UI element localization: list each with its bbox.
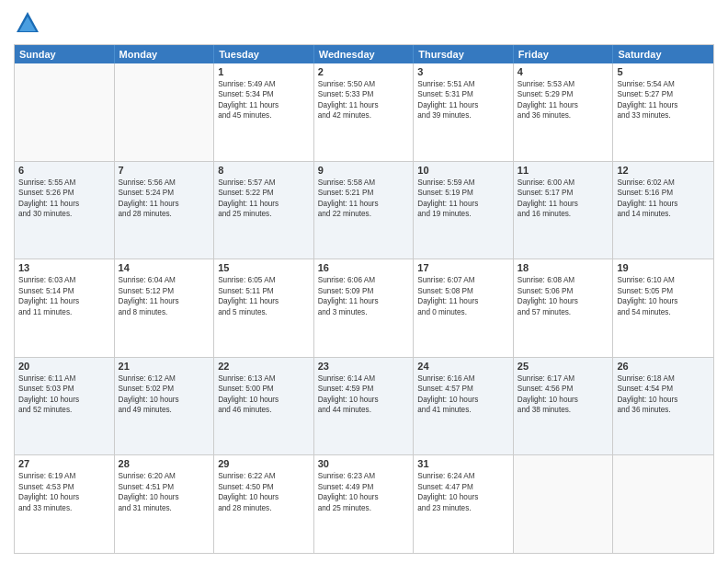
cell-line: Daylight: 11 hours [318, 199, 410, 209]
cell-line: Sunrise: 6:06 AM [318, 275, 410, 285]
calendar-row-1: 6Sunrise: 5:55 AMSunset: 5:26 PMDaylight… [15, 162, 713, 260]
header-day-wednesday: Wednesday [314, 45, 415, 63]
cell-line: Sunset: 4:50 PM [218, 482, 310, 492]
header [14, 9, 714, 37]
day-number: 11 [518, 165, 609, 176]
day-cell-19: 19Sunrise: 6:10 AMSunset: 5:05 PMDayligh… [613, 259, 713, 357]
header-day-monday: Monday [115, 45, 215, 63]
header-day-friday: Friday [514, 45, 614, 63]
cell-line: Sunrise: 6:24 AM [417, 471, 509, 481]
day-cell-15: 15Sunrise: 6:05 AMSunset: 5:11 PMDayligh… [214, 259, 314, 357]
day-number: 14 [119, 262, 210, 273]
cell-line: Sunrise: 6:17 AM [518, 373, 609, 384]
day-number: 5 [617, 66, 710, 77]
cell-line: Sunrise: 6:02 AM [617, 178, 710, 188]
cell-line: Sunset: 5:11 PM [218, 286, 310, 296]
cell-line: Daylight: 10 hours [119, 395, 210, 405]
cell-line: Daylight: 10 hours [218, 492, 310, 502]
day-number: 16 [318, 262, 410, 273]
cell-line: Sunset: 4:51 PM [119, 482, 210, 492]
cell-line: Sunrise: 6:13 AM [218, 373, 310, 384]
day-number: 29 [218, 458, 310, 469]
cell-line: and 3 minutes. [318, 307, 410, 317]
day-number: 8 [218, 165, 310, 176]
cell-line: Sunrise: 6:19 AM [18, 471, 110, 481]
cell-line: and 25 minutes. [218, 209, 310, 219]
cell-line: and 8 minutes. [119, 307, 210, 317]
cell-line: Sunrise: 5:49 AM [218, 79, 310, 89]
cell-line: Sunrise: 5:55 AM [18, 178, 110, 188]
day-number: 30 [318, 458, 410, 469]
cell-line: Daylight: 10 hours [18, 395, 110, 405]
calendar-header: SundayMondayTuesdayWednesdayThursdayFrid… [15, 45, 713, 63]
cell-line: Sunset: 5:05 PM [617, 286, 710, 296]
day-number: 1 [218, 66, 310, 77]
day-cell-30: 30Sunrise: 6:23 AMSunset: 4:49 PMDayligh… [314, 455, 415, 553]
day-cell-5: 5Sunrise: 5:54 AMSunset: 5:27 PMDaylight… [613, 63, 713, 161]
day-number: 6 [18, 165, 110, 176]
cell-line: and 54 minutes. [617, 307, 710, 317]
logo-icon [14, 9, 41, 37]
cell-line: Sunrise: 6:22 AM [218, 471, 310, 481]
cell-line: and 16 minutes. [518, 209, 609, 219]
cell-line: and 0 minutes. [417, 307, 509, 317]
day-number: 13 [18, 262, 110, 273]
header-day-sunday: Sunday [15, 45, 115, 63]
day-number: 3 [417, 66, 509, 77]
cell-line: Sunrise: 6:18 AM [617, 373, 710, 384]
cell-line: Daylight: 11 hours [18, 296, 110, 306]
day-cell-27: 27Sunrise: 6:19 AMSunset: 4:53 PMDayligh… [15, 455, 115, 553]
cell-line: and 14 minutes. [617, 209, 710, 219]
cell-line: Sunset: 5:12 PM [119, 286, 210, 296]
day-number: 10 [417, 165, 509, 176]
cell-line: Sunset: 5:34 PM [218, 89, 310, 99]
cell-line: Daylight: 11 hours [218, 100, 310, 110]
cell-line: Daylight: 11 hours [417, 296, 509, 306]
cell-line: Sunrise: 6:04 AM [119, 275, 210, 285]
day-number: 25 [518, 361, 609, 372]
day-cell-16: 16Sunrise: 6:06 AMSunset: 5:09 PMDayligh… [314, 259, 415, 357]
cell-line: Sunset: 5:03 PM [18, 384, 110, 394]
day-cell-31: 31Sunrise: 6:24 AMSunset: 4:47 PMDayligh… [414, 455, 514, 553]
cell-line: Sunset: 5:29 PM [518, 89, 609, 99]
cell-line: Daylight: 11 hours [218, 296, 310, 306]
header-day-saturday: Saturday [613, 45, 713, 63]
cell-line: Sunset: 5:09 PM [318, 286, 410, 296]
cell-line: Sunset: 4:56 PM [518, 384, 609, 394]
day-cell-7: 7Sunrise: 5:56 AMSunset: 5:24 PMDaylight… [115, 162, 215, 259]
day-cell-12: 12Sunrise: 6:02 AMSunset: 5:16 PMDayligh… [613, 162, 713, 259]
cell-line: and 23 minutes. [417, 503, 509, 513]
cell-line: Sunrise: 6:12 AM [119, 373, 210, 384]
day-cell-29: 29Sunrise: 6:22 AMSunset: 4:50 PMDayligh… [214, 455, 314, 553]
cell-line: Daylight: 11 hours [617, 100, 710, 110]
cell-line: Daylight: 10 hours [218, 395, 310, 405]
day-cell-10: 10Sunrise: 5:59 AMSunset: 5:19 PMDayligh… [414, 162, 514, 259]
day-cell-17: 17Sunrise: 6:07 AMSunset: 5:08 PMDayligh… [414, 259, 514, 357]
day-number: 27 [18, 458, 110, 469]
cell-line: Daylight: 10 hours [518, 296, 609, 306]
cell-line: Daylight: 10 hours [119, 492, 210, 502]
cell-line: Daylight: 11 hours [417, 100, 509, 110]
day-cell-11: 11Sunrise: 6:00 AMSunset: 5:17 PMDayligh… [514, 162, 614, 259]
day-cell-13: 13Sunrise: 6:03 AMSunset: 5:14 PMDayligh… [15, 259, 115, 357]
cell-line: Daylight: 10 hours [417, 492, 509, 502]
cell-line: Sunrise: 5:51 AM [417, 79, 509, 89]
cell-line: Sunset: 4:57 PM [417, 384, 509, 394]
cell-line: and 36 minutes. [617, 405, 710, 415]
cell-line: Sunset: 5:33 PM [318, 89, 410, 99]
cell-line: and 30 minutes. [18, 209, 110, 219]
cell-line: Daylight: 10 hours [518, 395, 609, 405]
cell-line: Daylight: 10 hours [318, 492, 410, 502]
empty-cell-4-6 [613, 455, 713, 553]
day-cell-22: 22Sunrise: 6:13 AMSunset: 5:00 PMDayligh… [214, 358, 314, 455]
cell-line: Sunrise: 5:56 AM [119, 178, 210, 188]
day-number: 4 [518, 66, 609, 77]
cell-line: and 45 minutes. [218, 110, 310, 121]
logo [14, 9, 45, 37]
day-number: 23 [318, 361, 410, 372]
cell-line: and 38 minutes. [518, 405, 609, 415]
cell-line: Daylight: 11 hours [617, 199, 710, 209]
cell-line: Sunset: 4:59 PM [318, 384, 410, 394]
cell-line: Sunset: 4:54 PM [617, 384, 710, 394]
day-cell-2: 2Sunrise: 5:50 AMSunset: 5:33 PMDaylight… [314, 63, 415, 161]
